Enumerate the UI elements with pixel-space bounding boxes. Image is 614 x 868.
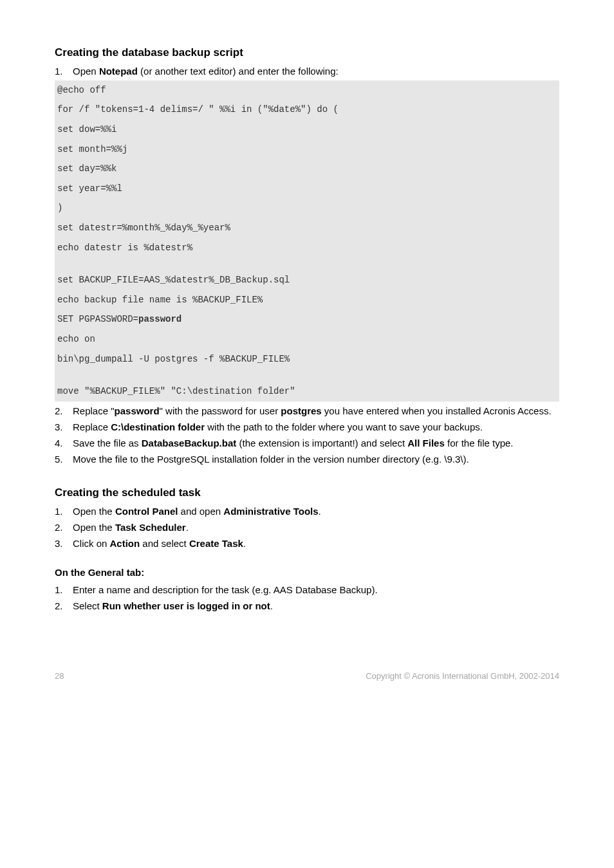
code-line: echo datestr is %datestr% (55, 238, 559, 258)
step-text: Replace "password" with the password for… (73, 404, 559, 418)
text: . (186, 522, 189, 533)
text: (or another text editor) and enter the f… (138, 66, 339, 77)
text: Move the file to the PostgreSQL installa… (73, 454, 469, 465)
text: with the path to the folder where you wa… (205, 421, 483, 432)
list-item: 2. Open the Task Scheduler. (55, 521, 559, 534)
code-line: set day=%%k (55, 159, 559, 179)
bold-task-scheduler: Task Scheduler (115, 522, 186, 533)
bold-notepad: Notepad (99, 66, 138, 77)
step-number: 1. (55, 504, 73, 518)
text: " with the password for user (160, 405, 281, 416)
text: and open (178, 506, 223, 517)
bold-filename: DatabaseBackup.bat (142, 438, 237, 448)
code-line: move "%BACKUP_FILE%" "C:\destination fol… (55, 382, 559, 402)
text: Replace " (73, 405, 115, 416)
code-line: echo backup file name is %BACKUP_FILE% (55, 290, 559, 310)
text: for the file type. (445, 438, 514, 448)
bold-action: Action (110, 538, 140, 549)
bold-dest-folder: C:\destination folder (111, 421, 205, 432)
text: (the extension is important!) and select (236, 438, 407, 448)
bold-run-whether: Run whether user is logged in or not (102, 600, 270, 611)
code-gap (55, 369, 559, 382)
text: . (319, 506, 321, 517)
step-text: Move the file to the PostgreSQL installa… (73, 452, 559, 466)
step-text: Click on Action and select Create Task. (73, 537, 559, 550)
code-line: set dow=%%i (55, 120, 559, 140)
step-text: Save the file as DatabaseBackup.bat (the… (73, 436, 559, 450)
text: Open (73, 66, 99, 77)
step-number: 2. (55, 599, 73, 613)
code-line: set year=%%l (55, 179, 559, 199)
copyright-text: Copyright © Acronis International GmbH, … (366, 670, 559, 682)
code-line: ) (55, 198, 559, 218)
text: . (243, 538, 246, 549)
steps-list-1-cont: 2. Replace "password" with the password … (55, 404, 559, 466)
bold-all-files: All Files (407, 438, 445, 448)
text: and select (140, 538, 189, 549)
code-line: @echo off (55, 80, 559, 100)
step-text: Enter a name and description for the tas… (73, 583, 559, 596)
list-item: 1. Open the Control Panel and open Admin… (55, 504, 559, 518)
code-gap (55, 257, 559, 270)
code-line: set datestr=%month%_%day%_%year% (55, 218, 559, 238)
step-text: Open the Task Scheduler. (73, 521, 559, 534)
bold-control-panel: Control Panel (115, 506, 178, 517)
steps-list-2: 1. Open the Control Panel and open Admin… (55, 504, 559, 550)
bold-password: password (115, 405, 160, 416)
step-number: 5. (55, 452, 73, 466)
list-item: 2. Select Run whether user is logged in … (55, 599, 559, 613)
text: Open the (73, 506, 115, 517)
steps-list-1: 1. Open Notepad (or another text editor)… (55, 64, 559, 78)
code-block-batch-script: @echo off for /f "tokens=1-4 delims=/ " … (55, 80, 559, 402)
page-footer: 28 Copyright © Acronis International Gmb… (55, 670, 559, 682)
code-line: set month=%%j (55, 140, 559, 160)
text: SET PGPASSWORD= (57, 314, 138, 324)
code-line: SET PGPASSWORD=password (55, 309, 559, 329)
section-title-backup-script: Creating the database backup script (55, 45, 559, 60)
step-text: Open Notepad (or another text editor) an… (73, 64, 559, 78)
list-item: 4. Save the file as DatabaseBackup.bat (… (55, 436, 559, 450)
list-item: 3. Replace C:\destination folder with th… (55, 420, 559, 434)
code-line: for /f "tokens=1-4 delims=/ " %%i in ("%… (55, 100, 559, 120)
code-line: bin\pg_dumpall -U postgres -f %BACKUP_FI… (55, 349, 559, 369)
text: Enter a name and description for the tas… (73, 584, 378, 595)
text: . (270, 600, 273, 611)
steps-list-3: 1. Enter a name and description for the … (55, 583, 559, 613)
bold-password: password (138, 314, 181, 324)
step-number: 2. (55, 521, 73, 534)
page-number: 28 (55, 670, 64, 682)
bold-admin-tools: Administrative Tools (223, 506, 318, 517)
text: Replace (73, 421, 111, 432)
code-line: set BACKUP_FILE=AAS_%datestr%_DB_Backup.… (55, 270, 559, 290)
step-text: Replace C:\destination folder with the p… (73, 420, 559, 434)
bold-postgres: postgres (281, 405, 321, 416)
text: Select (73, 600, 102, 611)
list-item: 1. Open Notepad (or another text editor)… (55, 64, 559, 78)
text: you have entered when you installed Acro… (322, 405, 552, 416)
step-number: 2. (55, 404, 73, 418)
step-number: 1. (55, 583, 73, 596)
step-text: Open the Control Panel and open Administ… (73, 504, 559, 518)
step-text: Select Run whether user is logged in or … (73, 599, 559, 613)
step-number: 3. (55, 537, 73, 550)
code-line: echo on (55, 329, 559, 349)
list-item: 3. Click on Action and select Create Tas… (55, 537, 559, 550)
text: Click on (73, 538, 110, 549)
list-item: 1. Enter a name and description for the … (55, 583, 559, 596)
subsection-title-general-tab: On the General tab: (55, 566, 559, 579)
bold-create-task: Create Task (189, 538, 243, 549)
list-item: 2. Replace "password" with the password … (55, 404, 559, 418)
section-title-scheduled-task: Creating the scheduled task (55, 485, 559, 501)
step-number: 1. (55, 64, 73, 78)
list-item: 5. Move the file to the PostgreSQL insta… (55, 452, 559, 466)
step-number: 3. (55, 420, 73, 434)
text: Save the file as (73, 438, 142, 448)
step-number: 4. (55, 436, 73, 450)
text: Open the (73, 522, 115, 533)
